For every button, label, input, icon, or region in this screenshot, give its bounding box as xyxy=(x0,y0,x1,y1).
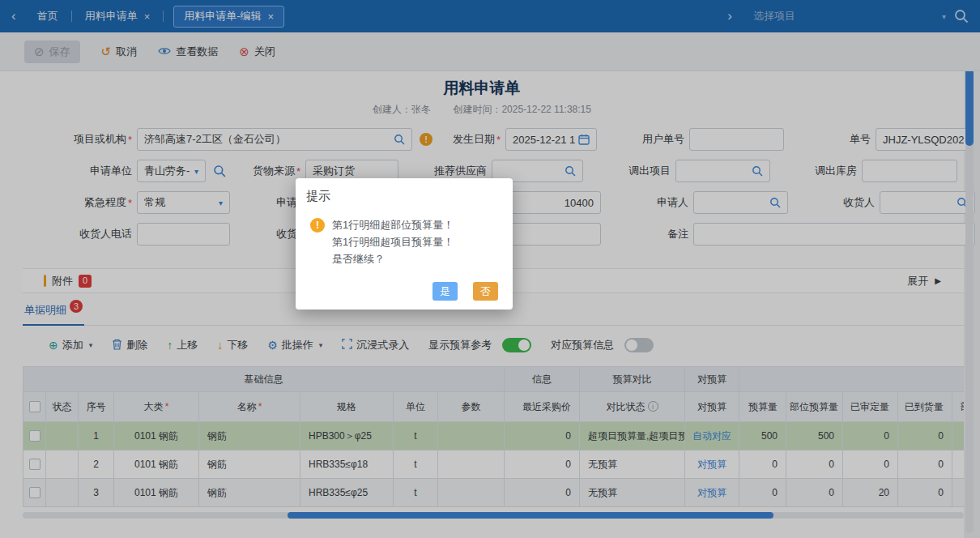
yes-button[interactable]: 是 xyxy=(432,282,458,301)
dialog-title: 提示 xyxy=(296,178,513,204)
warning-icon: ! xyxy=(310,218,325,233)
dialog-message-line: 第1行明细超项目预算量！ xyxy=(332,233,454,250)
dialog-message-line: 第1行明细超部位预算量！ xyxy=(332,216,454,233)
no-button[interactable]: 否 xyxy=(473,282,498,301)
confirm-dialog: 提示 ! 第1行明细超部位预算量！ 第1行明细超项目预算量！ 是否继续？ 是 否 xyxy=(296,178,513,310)
material-request-edit-page: ‹ 首页 用料申请单 × 用料申请单-编辑 × › 选择项目 ▾ xyxy=(0,0,980,538)
dialog-actions: 是 否 xyxy=(432,282,498,301)
dialog-message-line: 是否继续？ xyxy=(332,250,454,267)
dialog-body: ! 第1行明细超部位预算量！ 第1行明细超项目预算量！ 是否继续？ xyxy=(296,216,513,267)
